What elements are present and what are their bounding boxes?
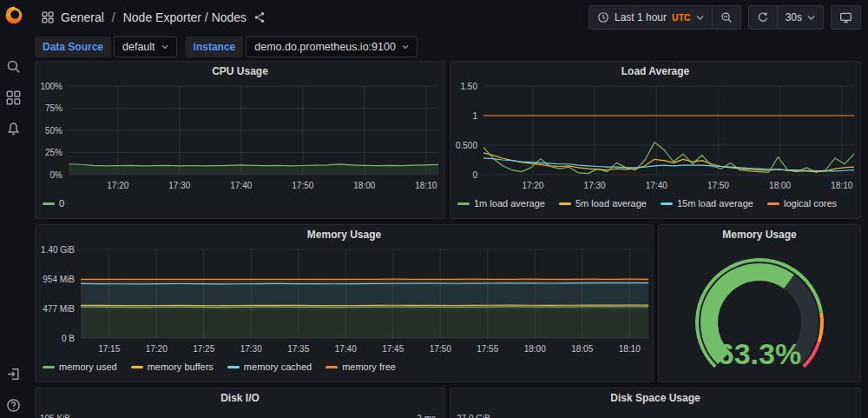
search-icon <box>6 59 21 74</box>
sidebar-item-help[interactable] <box>6 397 22 413</box>
breadcrumb-separator: / <box>112 10 115 24</box>
panel-memory-usage-gauge: Memory Usage 63.3% <box>658 224 861 382</box>
legend-item[interactable]: 5m load average <box>559 198 647 209</box>
svg-text:17:50: 17:50 <box>430 344 451 354</box>
chart-legend: 1m load average5m load average15m load a… <box>450 196 860 209</box>
sidebar-nav <box>6 58 22 136</box>
panel-title[interactable]: Load Average <box>450 62 860 81</box>
monitor-icon <box>839 11 852 24</box>
svg-text:18:00: 18:00 <box>524 344 546 354</box>
y-axis-right-label: 2 ms <box>417 414 436 418</box>
svg-text:17:20: 17:20 <box>522 181 543 190</box>
variable-label: instance <box>186 36 244 57</box>
svg-text:18:10: 18:10 <box>619 344 641 354</box>
instance-select[interactable]: demo.do.prometheus.io:9100 <box>246 36 418 57</box>
panel-title[interactable]: CPU Usage <box>36 62 444 81</box>
panel-disk-space-usage: Disk Space Usage 27.0 GiB <box>450 388 861 418</box>
cpu-usage-chart[interactable]: 17:2017:3017:4017:5018:0018:100%25%50%75… <box>36 81 444 196</box>
dashboards-grid-icon <box>6 90 21 105</box>
help-circle-icon <box>6 398 21 413</box>
refresh-group: 30s <box>748 5 824 30</box>
datasource-value: default <box>122 41 155 53</box>
svg-text:0.500: 0.500 <box>456 141 477 150</box>
grafana-logo[interactable] <box>3 4 24 25</box>
svg-text:0 B: 0 B <box>62 334 75 343</box>
cycle-view-mode-button[interactable] <box>832 6 860 29</box>
breadcrumb: General / Node Exporter / Nodes <box>42 10 266 24</box>
time-range-label: Last 1 hour <box>615 11 667 23</box>
svg-text:17:20: 17:20 <box>146 344 168 354</box>
chevron-down-icon <box>696 15 704 21</box>
svg-text:18:05: 18:05 <box>571 344 593 354</box>
sidebar-bottom-nav <box>6 366 22 413</box>
panel-title[interactable]: Disk I/O <box>36 388 444 408</box>
svg-text:17:25: 17:25 <box>193 344 214 354</box>
svg-text:50%: 50% <box>45 126 62 136</box>
time-range-picker[interactable]: Last 1 hour UTC <box>589 6 712 29</box>
panel-title[interactable]: Memory Usage <box>36 225 653 244</box>
refresh-button[interactable] <box>749 6 777 29</box>
legend-item[interactable]: memory used <box>43 362 117 372</box>
legend-item[interactable]: 15m load average <box>661 198 753 209</box>
svg-text:17:40: 17:40 <box>646 181 667 190</box>
sign-in-icon <box>6 367 21 382</box>
dashboard-header: General / Node Exporter / Nodes Last 1 h… <box>28 0 868 35</box>
chevron-down-icon <box>402 44 409 50</box>
sidebar-item-alerting[interactable] <box>6 121 22 136</box>
legend-item[interactable]: 1m load average <box>457 198 545 209</box>
svg-text:1: 1 <box>472 111 477 121</box>
sidebar-item-dashboards[interactable] <box>6 90 22 105</box>
refresh-interval-picker[interactable]: 30s <box>778 6 823 29</box>
timezone-label: UTC <box>672 12 691 23</box>
share-icon[interactable] <box>253 11 266 23</box>
variable-datasource: Data Source default <box>35 36 177 57</box>
svg-text:18:00: 18:00 <box>353 181 375 190</box>
panel-load-average: Load Average 17:2017:3017:4017:5018:0018… <box>450 61 861 219</box>
svg-text:18:10: 18:10 <box>415 181 437 190</box>
svg-text:0: 0 <box>472 170 477 180</box>
svg-text:17:40: 17:40 <box>335 344 357 354</box>
y-axis-label: 27.0 GiB <box>457 414 490 418</box>
legend-item[interactable]: logical cores <box>767 198 837 209</box>
svg-text:954 MiB: 954 MiB <box>43 275 75 284</box>
svg-text:17:20: 17:20 <box>107 181 128 190</box>
panel-disk-io: Disk I/O 105 KiB 2 ms <box>35 388 445 418</box>
legend-item[interactable]: memory free <box>326 362 396 372</box>
svg-text:25%: 25% <box>45 148 62 157</box>
instance-value: demo.do.prometheus.io:9100 <box>254 41 396 53</box>
svg-text:75%: 75% <box>45 103 62 113</box>
panel-title[interactable]: Disk Space Usage <box>450 388 860 408</box>
legend-item[interactable]: 0 <box>43 198 64 209</box>
sidebar-item-sign-in[interactable] <box>6 366 22 382</box>
svg-text:17:35: 17:35 <box>287 344 309 354</box>
gauge-value: 63.3% <box>659 337 860 371</box>
load-average-chart[interactable]: 17:2017:3017:4017:5018:0018:1000.50011.5… <box>450 81 860 196</box>
zoom-out-time-button[interactable] <box>713 6 740 29</box>
kiosk-group <box>831 5 861 30</box>
refresh-icon <box>757 11 769 23</box>
dashboard-variables: Data Source default instance demo.do.pro… <box>35 36 418 57</box>
svg-text:18:10: 18:10 <box>831 181 852 190</box>
svg-text:17:55: 17:55 <box>477 344 498 354</box>
svg-text:17:15: 17:15 <box>98 344 120 354</box>
header-controls: Last 1 hour UTC 30s <box>589 5 861 30</box>
legend-item[interactable]: memory buffers <box>131 362 214 372</box>
chart-legend: memory usedmemory buffersmemory cachedme… <box>36 359 653 372</box>
panel-cpu-usage: CPU Usage 17:2017:3017:4017:5018:0018:10… <box>35 61 445 219</box>
time-picker-group: Last 1 hour UTC <box>589 5 741 30</box>
panel-title[interactable]: Memory Usage <box>659 225 860 244</box>
legend-item[interactable]: memory cached <box>227 362 312 372</box>
memory-usage-gauge[interactable]: 63.3% <box>659 244 860 382</box>
sidebar <box>0 0 28 418</box>
chevron-down-icon <box>161 44 168 50</box>
chevron-down-icon <box>807 15 815 21</box>
variable-instance: instance demo.do.prometheus.io:9100 <box>186 36 418 57</box>
sidebar-item-search[interactable] <box>6 58 22 74</box>
svg-text:17:30: 17:30 <box>584 181 606 190</box>
breadcrumb-folder[interactable]: General <box>61 10 104 24</box>
breadcrumb-dashboard[interactable]: Node Exporter / Nodes <box>123 10 247 24</box>
memory-usage-chart[interactable]: 17:1517:2017:2517:3017:3517:4017:4517:50… <box>36 244 653 359</box>
datasource-select[interactable]: default <box>114 36 177 57</box>
svg-text:1.40 GiB: 1.40 GiB <box>41 245 75 255</box>
refresh-interval-label: 30s <box>786 11 802 23</box>
